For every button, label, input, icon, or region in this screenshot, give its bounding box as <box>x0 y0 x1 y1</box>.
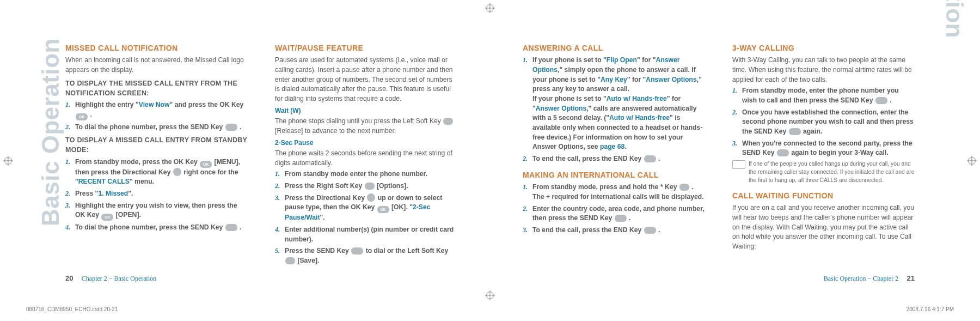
mini-heading: 2-Sec Pause <box>275 138 457 148</box>
list-item: From standby mode, press the OK Key OK [… <box>65 158 248 187</box>
heading-answering: ANSWERING A CALL <box>523 43 705 53</box>
ok-key-icon: OK <box>377 206 389 213</box>
right-col-1: ANSWERING A CALL If your phone is set to… <box>523 43 705 253</box>
send-key-icon <box>777 149 789 156</box>
list-item: Press "1. Missed". <box>65 189 248 199</box>
chapter-label: Basic Operation − Chapter 2 <box>824 275 898 282</box>
ordered-list: Highlight the entry "View Now" and press… <box>65 100 248 132</box>
body-text: Pauses are used for automated systems (i… <box>275 56 457 104</box>
right-col-2: 3-WAY CALLING With 3-Way Calling, you ca… <box>732 43 915 253</box>
end-key-icon <box>644 155 656 162</box>
ordered-list: From standby mode, enter the phone numbe… <box>732 86 915 158</box>
list-item: Once you have established the connection… <box>732 108 915 137</box>
note-icon <box>732 160 745 169</box>
body-text: With 3-Way Calling, you can talk to two … <box>732 56 915 84</box>
body-text: The phone stops dialing until you press … <box>275 117 457 136</box>
list-item: To dial the phone number, press the SEND… <box>65 223 248 233</box>
send-key-icon <box>789 128 801 135</box>
note-text: If one of the people you called hangs up… <box>749 160 915 185</box>
mini-heading: Wait (W) <box>275 106 457 116</box>
page-left: Basic Operation MISSED CALL NOTIFICATION… <box>0 0 490 321</box>
ok-key-icon: OK <box>200 161 212 168</box>
left-softkey-icon <box>285 257 295 264</box>
heading-missed-call: MISSED CALL NOTIFICATION <box>65 43 248 53</box>
subheading: TO DISPLAY A MISSED CALL ENTRY FROM STAN… <box>65 135 248 155</box>
note: If one of the people you called hangs up… <box>732 160 915 185</box>
ok-key-icon: OK <box>76 113 88 120</box>
heading-3way: 3-WAY CALLING <box>732 43 915 53</box>
page-footer: Basic Operation − Chapter 2 21 <box>824 274 915 283</box>
list-item: Press the Directional Key up or down to … <box>275 193 457 223</box>
left-softkey-icon <box>443 118 453 125</box>
ok-key-icon: OK <box>101 214 113 221</box>
body-text: If you are on a call and you receive ano… <box>732 203 915 251</box>
page-right: Basic Operation ANSWERING A CALL If your… <box>490 0 980 321</box>
list-item: From standby mode, enter the phone numbe… <box>732 86 915 105</box>
page-number: 21 <box>907 274 915 282</box>
ordered-list: From standby mode, press and hold the * … <box>523 183 705 235</box>
directional-key-icon <box>173 168 181 176</box>
send-key-icon <box>225 224 237 231</box>
heading-call-waiting: CALL WAITING FUNCTION <box>732 190 915 201</box>
list-item: To dial the phone number, press the SEND… <box>65 123 248 132</box>
right-softkey-icon <box>365 183 375 190</box>
list-item: Highlight the entry you wish to view, th… <box>65 201 248 221</box>
list-item: Press the SEND Key to dial or the Left S… <box>275 246 457 265</box>
left-col-2: WAIT/PAUSE FEATURE Pauses are used for a… <box>275 43 457 268</box>
list-item: To end the call, press the END Key . <box>523 226 705 235</box>
list-item: Enter the country code, area code, and p… <box>523 204 705 223</box>
list-item: Press the Right Soft Key [Options]. <box>275 181 457 191</box>
list-item: When you're connected to the second part… <box>732 139 915 158</box>
body-text: The phone waits 2 seconds before sending… <box>275 149 457 168</box>
directional-key-icon <box>367 193 375 202</box>
ordered-list: From standby mode, press the OK Key OK [… <box>65 158 248 233</box>
left-col-1: MISSED CALL NOTIFICATION When an incomin… <box>65 43 248 268</box>
heading-international: MAKING AN INTERNATIONAL CALL <box>523 169 705 180</box>
end-key-icon <box>644 227 656 234</box>
body-text: When an incoming call is not answered, t… <box>65 56 248 75</box>
page-spread: Basic Operation MISSED CALL NOTIFICATION… <box>0 0 980 321</box>
page-footer: 20 Chapter 2 − Basic Operation <box>65 274 156 283</box>
side-tab-label: Basic Operation <box>941 0 968 38</box>
star-key-icon <box>679 184 689 191</box>
list-item: From standby mode, press and hold the * … <box>523 183 705 202</box>
chapter-label: Chapter 2 − Basic Operation <box>82 275 156 282</box>
list-item: Enter additional number(s) (pin number o… <box>275 225 457 244</box>
list-item: If your phone is set to "Flip Open" for … <box>523 56 705 152</box>
heading-wait-pause: WAIT/PAUSE FEATURE <box>275 43 457 53</box>
page-number: 20 <box>65 274 73 282</box>
send-key-icon <box>225 124 237 131</box>
send-key-icon <box>351 247 363 255</box>
side-tab-label: Basic Operation <box>37 38 64 226</box>
print-slug-left: 080716_CDM8950_ECHO.indd 20-21 <box>26 306 118 312</box>
send-key-icon <box>875 97 887 104</box>
send-key-icon <box>615 215 627 222</box>
list-item: From standby mode enter the phone number… <box>275 169 457 179</box>
list-item: To end the call, press the END Key . <box>523 154 705 164</box>
ordered-list: From standby mode enter the phone number… <box>275 169 457 266</box>
ordered-list: If your phone is set to "Flip Open" for … <box>523 56 705 164</box>
print-slug-right: 2008.7.16 4:1:7 PM <box>906 306 954 312</box>
subheading: TO DISPLAY THE MISSED CALL ENTRY FROM TH… <box>65 78 248 98</box>
list-item: Highlight the entry "View Now" and press… <box>65 100 248 120</box>
